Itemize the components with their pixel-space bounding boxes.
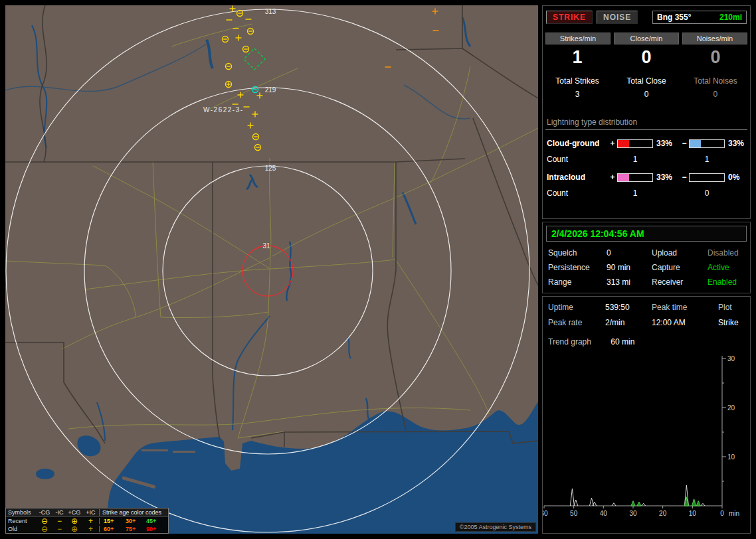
total-labels: Total Strikes Total Close Total Noises: [543, 76, 750, 86]
status-grid: Squelch 0 Upload Disabled Persistence 90…: [543, 245, 750, 290]
rate-headers: Strikes/min Close/min Noises/min: [543, 33, 750, 44]
squelch-value: 0: [607, 248, 652, 258]
strike-symbol-pic: [236, 35, 242, 41]
upload-label: Upload: [652, 248, 708, 258]
legend-recent-label: Recent: [6, 518, 37, 524]
legend-age-header: Strike age color codes: [99, 509, 163, 516]
svg-text:0: 0: [720, 510, 724, 517]
status-panel: 2/4/2026 12:04:56 AM Squelch 0 Upload Di…: [542, 222, 751, 293]
minus-sign: −: [680, 139, 689, 148]
strike-symbol-ncg: [223, 37, 229, 42]
neg-ic-icon: −: [52, 526, 66, 532]
cg-neg-bar: [689, 139, 725, 148]
age-90: 90+: [142, 526, 163, 532]
count-label: Count: [547, 155, 608, 164]
svg-text:30: 30: [727, 355, 735, 362]
strike-symbol-pic: [257, 93, 263, 99]
peak-time-label: Peak time: [652, 303, 718, 312]
rate-values: 1 0 0: [543, 47, 750, 68]
cg-pos-bar: [617, 139, 653, 148]
range-value: 313 mi: [607, 277, 652, 287]
strike-symbol-pcg: [226, 82, 232, 88]
trend-graph-label: Trend graph: [548, 337, 591, 346]
svg-text:40: 40: [600, 510, 608, 517]
age-15: 15+: [99, 518, 122, 524]
svg-text:20: 20: [727, 404, 735, 412]
trend-graph: 1020306050403020100min: [543, 352, 750, 526]
close-per-min-chip[interactable]: Close/min: [614, 33, 679, 44]
svg-text:10: 10: [689, 510, 697, 517]
capture-status: Active: [708, 263, 751, 272]
plot-label: Plot: [718, 303, 751, 312]
ic-neg-count: 0: [689, 189, 725, 198]
range-ring-label: 219: [265, 86, 276, 94]
strike-indicator-button[interactable]: STRIKE: [546, 11, 593, 24]
uptime-label: Uptime: [548, 303, 605, 312]
range-ring-label: 313: [265, 8, 276, 15]
intracloud-label: Intracloud: [547, 173, 608, 182]
legend-col-pic: +IC: [82, 509, 99, 516]
intracloud-count-row: Count 1 0: [543, 189, 750, 198]
lightning-map[interactable]: W-2622-3-31321912531 Symbols -CG -IC +CG…: [5, 5, 538, 534]
total-values: 3 0 0: [543, 90, 750, 99]
total-noises-value: 0: [681, 90, 750, 99]
total-close-label: Total Close: [612, 76, 681, 86]
stats-grid: Uptime 539:50 Peak time Plot Peak rate 2…: [543, 297, 750, 327]
pos-cg-icon: ⊕: [66, 526, 82, 532]
svg-text:30: 30: [629, 510, 637, 517]
noises-per-min-chip[interactable]: Noises/min: [682, 33, 747, 44]
receiver-label: Receiver: [652, 277, 708, 287]
strike-symbol-ncg: [248, 29, 254, 35]
pos-ic-icon: +: [82, 518, 99, 524]
cg-pos-pct: 33%: [653, 139, 680, 148]
legend-old-row: Old ⊖ − ⊕ + 60+ 75+ 90+: [6, 525, 168, 533]
trend-spikes: [570, 485, 705, 506]
legend-col-pcg: +CG: [66, 509, 82, 516]
neg-ic-icon: −: [52, 518, 66, 524]
total-close-value: 0: [612, 90, 681, 99]
cg-pos-count: 1: [617, 155, 653, 164]
peak-time-value: 12:00 AM: [652, 318, 718, 327]
svg-text:50: 50: [570, 510, 578, 517]
strike-symbol-pic: [432, 9, 438, 15]
trend-panel: Uptime 539:50 Peak time Plot Peak rate 2…: [542, 296, 751, 534]
receiver-status: Enabled: [708, 277, 751, 287]
ic-pos-count: 1: [617, 189, 653, 198]
strike-symbol-ncg: [255, 145, 261, 151]
strike-layer: [223, 6, 439, 151]
noises-per-min-value: 0: [681, 47, 750, 68]
strikes-per-min-chip[interactable]: Strikes/min: [545, 33, 611, 44]
strike-symbol-pic: [248, 123, 254, 129]
storm-cell-label: W-2622-3-: [203, 106, 244, 114]
ic-pos-bar: [617, 173, 653, 182]
persistence-label: Persistence: [548, 263, 607, 272]
datetime-display: 2/4/2026 12:04:56 AM: [546, 226, 747, 242]
distribution-title: Lightning type distribution: [545, 117, 747, 130]
uptime-value: 539:50: [605, 303, 652, 312]
strike-symbol-ncg: [253, 134, 259, 140]
legend-header-row: Symbols -CG -IC +CG +IC Strike age color…: [6, 508, 168, 517]
trend-graph-header: Trend graph 60 min: [543, 327, 750, 346]
trend-axes: 1020306050403020100min: [543, 355, 739, 518]
nexstorm-window: W-2622-3-31321912531 Symbols -CG -IC +CG…: [0, 0, 756, 539]
strike-symbol-pic: [238, 92, 244, 98]
copyright-label: ©2005 Astrogenic Systems: [455, 522, 536, 532]
plot-mode-value: Strike: [718, 318, 751, 327]
close-alarm-ring: [242, 246, 293, 296]
noise-indicator-button[interactable]: NOISE: [597, 11, 638, 24]
cloud-ground-count-row: Count 1 1: [543, 155, 750, 164]
legend-col-ncg: -CG: [37, 509, 52, 516]
strike-symbol-pic: [252, 112, 258, 117]
legend-old-label: Old: [6, 526, 37, 532]
age-75: 75+: [122, 526, 142, 532]
map-legend: Symbols -CG -IC +CG +IC Strike age color…: [5, 508, 169, 534]
strike-symbol-ncg: [237, 11, 243, 17]
svg-text:10: 10: [727, 453, 735, 461]
strike-symbol-ncg: [243, 46, 249, 52]
strike-symbol-ncg: [226, 64, 232, 70]
range-ring-label: 31: [262, 242, 270, 250]
age-60: 60+: [99, 526, 122, 532]
legend-recent-row: Recent ⊖ − ⊕ + 15+ 30+ 45+: [6, 517, 168, 525]
strike-symbol-ncg: [252, 87, 258, 93]
pos-cg-icon: ⊕: [66, 518, 82, 524]
